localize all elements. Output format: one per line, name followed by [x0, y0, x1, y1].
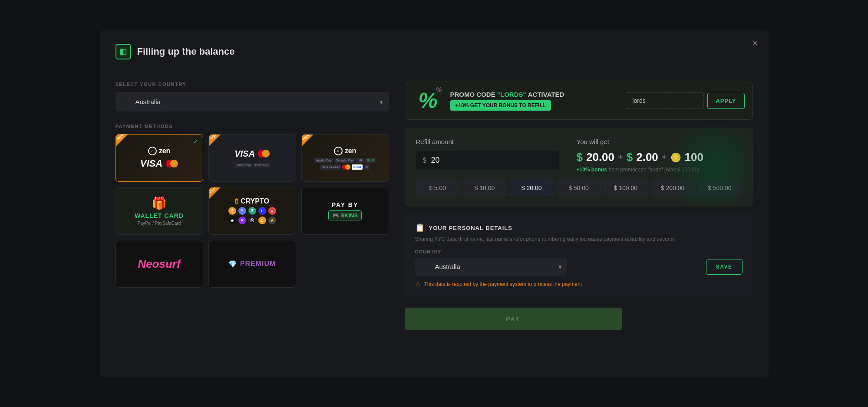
get-dollar-2: $ — [627, 151, 633, 164]
promo-code-label: PROMO CODE — [450, 91, 495, 98]
payment-section-label: PAYMENT METHODS — [116, 124, 389, 129]
neosurf-label: Neosurf — [138, 257, 180, 271]
right-panel: % % PROMO CODE "LORDS" ACTIVATED +10% GE… — [405, 82, 753, 363]
get-dollar-1: $ — [577, 151, 583, 164]
personal-details-icon: 📋 — [415, 223, 425, 233]
close-button[interactable]: × — [752, 39, 758, 48]
payment-method-pay-by-skins[interactable]: PAY BY 🎮 SKINS — [301, 187, 389, 235]
promo-code-input[interactable] — [626, 92, 704, 109]
you-will-get-block: You will get $ 20.00 + $ 2.00 + 🪙 100 — [577, 138, 742, 173]
promo-code-line: PROMO CODE "LORDS" ACTIVATED — [450, 91, 619, 98]
bonus-highlight: +10% bonus — [577, 167, 607, 173]
bitcoin-icon: ₿ — [235, 197, 238, 205]
zen-multi-brand: ○ zen — [334, 147, 356, 155]
crypto-icons-2: ◈ ✕ Ⓜ Ð ⚡ — [228, 217, 276, 224]
payment-method-visa-multi[interactable]: TOP VISA UnionPay Discover — [208, 134, 296, 182]
promo-code-value: "LORDS" — [497, 91, 528, 98]
payment-methods-grid: NEW ✓ ○ zen VISA — [116, 134, 389, 288]
personal-country-select[interactable]: Australia ▾ — [415, 258, 567, 276]
mastercard-sm-icon — [342, 164, 350, 170]
country-section-label: SELECT YOUR COUNTRY — [116, 82, 389, 87]
refill-row: Refill amount $ You will get $ 20.00 + $ — [416, 138, 742, 173]
wallet-icon: 🎁 — [152, 196, 167, 210]
payment-method-neosurf[interactable]: Neosurf — [116, 240, 203, 288]
get-plus-1: + — [618, 152, 623, 162]
other-coin-icon: ⚡ — [268, 217, 276, 224]
personal-details-header: 📋 YOUR PERSONAL DETAILS — [415, 223, 743, 233]
promo-text-block: PROMO CODE "LORDS" ACTIVATED +10% GET YO… — [450, 91, 619, 111]
multi-payment-logos: UnionPay Discover — [234, 163, 270, 167]
crypto-icons: ₿ Ξ ₮ Ł ▲ — [228, 207, 276, 215]
refill-amount-input[interactable] — [431, 156, 552, 165]
warning-icon: ⚠ — [415, 281, 421, 288]
modal-title: Filling up the balance — [137, 46, 235, 57]
payment-method-crypto[interactable]: +16% ₿ PAY CRYPTO ₿ Ξ ₮ Ł ▲ — [208, 187, 296, 235]
amount-10[interactable]: $ 10.00 — [463, 180, 506, 196]
personal-details-desc: Sharing KYC data (first name, last name … — [415, 236, 743, 242]
payment-method-zen-multi[interactable]: NEW ○ zen Apple Pay Google Pay blik Skri… — [301, 134, 389, 182]
promo-apply-button[interactable]: APPLY — [707, 93, 744, 109]
visa-logo: VISA — [140, 158, 178, 169]
premium-label: 💎 PREMIUM — [228, 260, 276, 268]
country-row: 🇦🇺 Australia ▾ SAVE — [415, 258, 743, 276]
coin-icon: 🪙 — [670, 152, 681, 163]
personal-details-title: YOUR PERSONAL DETAILS — [429, 225, 512, 231]
refill-dollar-sign: $ — [423, 157, 427, 164]
pay-button[interactable]: PAY — [405, 308, 622, 330]
mastercard-icon — [257, 150, 270, 158]
country-select-display[interactable]: Australia — [116, 92, 389, 112]
promo-banner: % % PROMO CODE "LORDS" ACTIVATED +10% GE… — [405, 82, 753, 120]
bonus-text: +10% bonus from promocode "lords" (Max $… — [577, 167, 742, 173]
get-amount-2: 2.00 — [636, 151, 658, 164]
app-logo-icon: ◧ — [116, 44, 131, 59]
personal-country-chevron: ▾ — [558, 263, 562, 271]
zen-brand: ○ zen — [148, 147, 171, 155]
promo-bonus-button[interactable]: +10% GET YOUR BONUS TO REFILL — [450, 100, 551, 111]
payment-method-premium[interactable]: 💎 PREMIUM — [208, 240, 296, 288]
payment-method-zen-visa[interactable]: NEW ✓ ○ zen VISA — [116, 134, 203, 182]
warning-text: This data is required by the payment sys… — [424, 281, 582, 287]
country-select-wrapper[interactable]: 🇦🇺 Australia ▾ — [116, 92, 389, 112]
litecoin-coin-icon: Ł — [258, 207, 266, 215]
country-name: Australia — [135, 98, 161, 105]
dash-coin-icon: ◈ — [228, 217, 236, 224]
ethereum-coin-icon: Ξ — [238, 207, 246, 215]
amount-20[interactable]: $ 20.00 — [510, 180, 553, 196]
amount-500[interactable]: $ 500.00 — [698, 180, 741, 196]
amount-100[interactable]: $ 100.00 — [604, 180, 647, 196]
refill-label: Refill amount — [416, 138, 559, 145]
country-label-sm: COUNTRY — [415, 249, 743, 254]
skins-badge: 🎮 SKINS — [328, 210, 362, 220]
skins-title: PAY BY — [332, 201, 359, 208]
personal-details-section: 📋 YOUR PERSONAL DETAILS Sharing KYC data… — [405, 214, 753, 296]
get-coins: 100 — [685, 151, 703, 164]
get-amounts: $ 20.00 + $ 2.00 + 🪙 100 — [577, 151, 742, 164]
selected-checkmark: ✓ — [193, 138, 198, 145]
amount-5[interactable]: $ 5.00 — [416, 180, 459, 196]
amount-50[interactable]: $ 50.00 — [557, 180, 600, 196]
xrp-coin-icon: ✕ — [238, 217, 246, 224]
refill-amount-block: Refill amount $ — [416, 138, 559, 170]
bonus-desc: from promocode "lords" (Max $ 100.00) — [608, 167, 699, 173]
save-button[interactable]: SAVE — [706, 259, 743, 275]
left-panel: SELECT YOUR COUNTRY 🇦🇺 Australia ▾ PAYME… — [116, 82, 389, 363]
amount-presets: $ 5.00 $ 10.00 $ 20.00 $ 50.00 $ 100.00 … — [416, 180, 742, 196]
get-plus-2: + — [662, 152, 667, 162]
payment-method-wallet-card[interactable]: 🎁 WALLET CARD PayPal / PaySafeCard — [116, 187, 203, 235]
promo-input-area: APPLY — [626, 92, 744, 109]
warning-row: ⚠ This data is required by the payment s… — [415, 281, 743, 288]
get-amount-1: 20.00 — [586, 151, 614, 164]
modal-header: ◧ Filling up the balance × — [116, 44, 753, 59]
crypto-title: ₿ PAY CRYPTO — [235, 197, 269, 205]
amount-200[interactable]: $ 200.00 — [651, 180, 694, 196]
wallet-label: WALLET CARD — [135, 212, 184, 219]
diamond-icon: 💎 — [228, 260, 238, 268]
you-will-get-label: You will get — [577, 138, 742, 145]
monero-coin-icon: Ⓜ — [248, 217, 256, 224]
chevron-down-icon: ▾ — [380, 98, 383, 105]
zen-circle-icon: ○ — [148, 147, 157, 155]
modal-body: SELECT YOUR COUNTRY 🇦🇺 Australia ▾ PAYME… — [116, 82, 753, 363]
visa-multi-top: VISA — [234, 149, 270, 159]
personal-country-name: Australia — [435, 263, 460, 270]
refill-input-wrap: $ — [416, 151, 559, 170]
